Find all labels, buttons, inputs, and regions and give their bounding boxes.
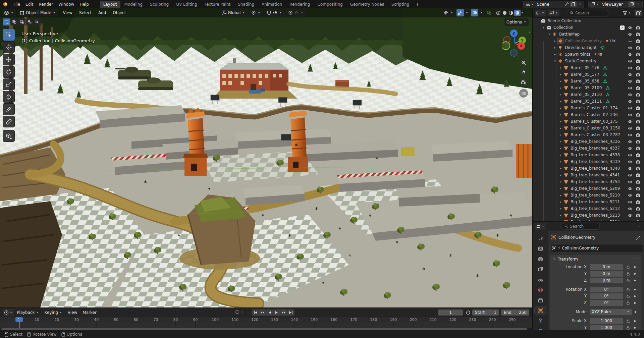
camera-icon[interactable] xyxy=(636,52,641,57)
camera-icon[interactable] xyxy=(636,86,641,90)
eye-open-icon[interactable] xyxy=(628,32,633,37)
camera-icon[interactable] xyxy=(636,25,641,30)
lock-open-icon[interactable] xyxy=(625,319,631,323)
options-dropdown[interactable]: Options ▾ xyxy=(504,18,529,26)
chevron-down-icon[interactable]: ▾ xyxy=(637,225,641,228)
workspace-tab-texture-paint[interactable]: Texture Paint xyxy=(201,1,234,8)
outliner-row-big-tree-branches-5213[interactable]: ▸Big_tree_branches_5213 xyxy=(533,212,644,219)
properties-editor-type[interactable]: ▾ xyxy=(535,223,546,230)
field-scale-x[interactable]: 1.000 xyxy=(590,318,623,324)
outliner-row-big-tree-branches-5210[interactable]: ▸Big_tree_branches_5210 xyxy=(533,192,644,199)
transform-orientation-selector[interactable]: Global ▾ xyxy=(220,9,247,16)
properties-tab-collection[interactable] xyxy=(535,296,546,304)
animate-dot[interactable] xyxy=(634,327,636,329)
field-rotation-x[interactable]: 0° xyxy=(590,287,623,292)
viewport-menu-object[interactable]: Object xyxy=(110,9,129,16)
eye-open-icon[interactable] xyxy=(628,160,633,164)
tool-rotate[interactable] xyxy=(3,66,15,78)
camera-icon[interactable] xyxy=(636,99,641,104)
camera-icon[interactable] xyxy=(636,133,641,137)
eye-open-icon[interactable] xyxy=(628,186,633,191)
pan-hand-button[interactable] xyxy=(519,68,528,76)
pin-icon[interactable] xyxy=(636,235,641,240)
outliner-row-staticgeometry[interactable]: ▾StaticGeometry xyxy=(533,58,644,64)
expand-arrow[interactable]: ▸ xyxy=(558,73,563,76)
remove-viewlayer-icon[interactable]: ✕ xyxy=(635,1,642,7)
eye-open-icon[interactable] xyxy=(628,173,633,177)
expand-arrow[interactable]: ▸ xyxy=(558,180,563,183)
outliner-library-filter[interactable]: ▾ xyxy=(548,10,559,16)
viewport-canvas[interactable] xyxy=(0,8,532,307)
timeline-menu-marker[interactable]: Marker xyxy=(80,309,99,316)
camera-icon[interactable] xyxy=(636,166,641,171)
tool-add-cube[interactable] xyxy=(3,130,15,142)
toggle-xray[interactable] xyxy=(485,9,493,16)
outliner-row-barrels-cluster-03-175[interactable]: ▸Barrels_Cluster_03_175 xyxy=(533,118,644,125)
mode-selector[interactable]: Object Mode ▾ xyxy=(18,9,58,16)
camera-icon[interactable] xyxy=(636,139,641,144)
jump-to-end-button[interactable] xyxy=(287,309,294,316)
viewport-menu-add[interactable]: Add xyxy=(95,9,109,16)
camera-icon[interactable] xyxy=(636,180,641,184)
outliner-row-big-tree-branches-4337[interactable]: ▸Big_tree_branches_4337 xyxy=(533,145,644,152)
select-mode-invert[interactable] xyxy=(26,18,33,25)
field-y[interactable]: 0° xyxy=(590,293,623,299)
toggle-ortho-button[interactable] xyxy=(519,89,528,98)
eye-open-icon[interactable] xyxy=(628,139,633,144)
eye-closed-icon[interactable] xyxy=(628,39,633,43)
lock-open-icon[interactable] xyxy=(625,265,631,269)
expand-arrow[interactable]: ▾ xyxy=(547,33,552,36)
outliner-row-barrels-cluster-03-2787[interactable]: ▸Barrels_Cluster_03_2787 xyxy=(533,131,644,138)
properties-tab-world[interactable] xyxy=(535,286,546,294)
expand-arrow[interactable]: ▸ xyxy=(558,100,563,103)
timeline-menu-keying[interactable]: Keying▾ xyxy=(42,309,65,316)
eye-open-icon[interactable] xyxy=(628,25,633,30)
properties-tab-object[interactable] xyxy=(535,307,546,314)
camera-view-button[interactable] xyxy=(519,78,528,87)
eye-open-icon[interactable] xyxy=(628,93,633,97)
outliner-row-barrels-cluster-03-1150[interactable]: ▸Barrels_Cluster_03_1150 xyxy=(533,125,644,131)
viewport-menu-select[interactable]: Select xyxy=(76,9,95,16)
eye-open-icon[interactable] xyxy=(628,86,633,90)
camera-icon[interactable] xyxy=(636,72,641,77)
shading-wireframe[interactable] xyxy=(495,10,501,16)
workspace-tab-modeling[interactable]: Modeling xyxy=(121,1,146,8)
expand-arrow[interactable]: ▸ xyxy=(558,200,563,204)
animate-dot[interactable] xyxy=(634,295,636,297)
field-mode[interactable]: XYZ Euler▾ xyxy=(590,309,632,315)
tool-cursor[interactable] xyxy=(3,41,15,53)
pivot-point-selector[interactable]: ▾ xyxy=(249,9,263,16)
expand-arrow[interactable]: ▸ xyxy=(558,106,563,110)
expand-arrow[interactable]: ▸ xyxy=(558,93,563,96)
outliner-filter-button[interactable]: ▾ xyxy=(621,10,633,16)
show-overlays-toggle[interactable]: ▾ xyxy=(471,9,484,16)
workspace-tab-geometry-nodes[interactable]: Geometry Nodes xyxy=(347,1,387,8)
properties-tab-tool[interactable] xyxy=(535,235,546,242)
eye-open-icon[interactable] xyxy=(628,126,633,130)
outliner-row-collisiongeometry[interactable]: ▸CollisionGeometry13K xyxy=(533,38,644,44)
editor-type-button[interactable]: ▾ xyxy=(2,9,16,16)
eye-open-icon[interactable] xyxy=(628,72,633,77)
camera-icon[interactable] xyxy=(636,207,641,211)
play-button[interactable] xyxy=(273,309,280,316)
transform-panel-header[interactable]: ▾ Transform :::: xyxy=(550,255,641,264)
expand-arrow[interactable]: ▸ xyxy=(558,153,563,157)
camera-icon[interactable] xyxy=(636,46,641,50)
camera-icon[interactable] xyxy=(636,200,641,204)
camera-icon[interactable] xyxy=(636,66,641,70)
tool-scale[interactable] xyxy=(3,78,15,90)
animate-dot[interactable] xyxy=(635,311,636,313)
unlink-scene-icon[interactable]: ✕ xyxy=(577,1,583,7)
expand-arrow[interactable]: ▸ xyxy=(552,53,557,56)
workspace-tab-layout[interactable]: Layout xyxy=(100,1,120,8)
outliner-row-big-tree-branches-4754[interactable]: ▸Big_tree_branches_4754 xyxy=(533,178,644,185)
camera-icon[interactable] xyxy=(636,32,641,37)
frame-end-field[interactable]: End 250 xyxy=(501,309,529,316)
tool-transform[interactable] xyxy=(3,91,15,103)
expand-arrow[interactable]: ▾ xyxy=(541,26,546,29)
next-keyframe-button[interactable] xyxy=(280,309,287,316)
outliner-row-big-tree-branches-4338[interactable]: ▸Big_tree_branches_4338 xyxy=(533,152,644,158)
animate-dot[interactable] xyxy=(634,320,636,322)
jump-to-start-button[interactable] xyxy=(252,309,259,316)
select-mode-extend[interactable] xyxy=(10,18,18,25)
